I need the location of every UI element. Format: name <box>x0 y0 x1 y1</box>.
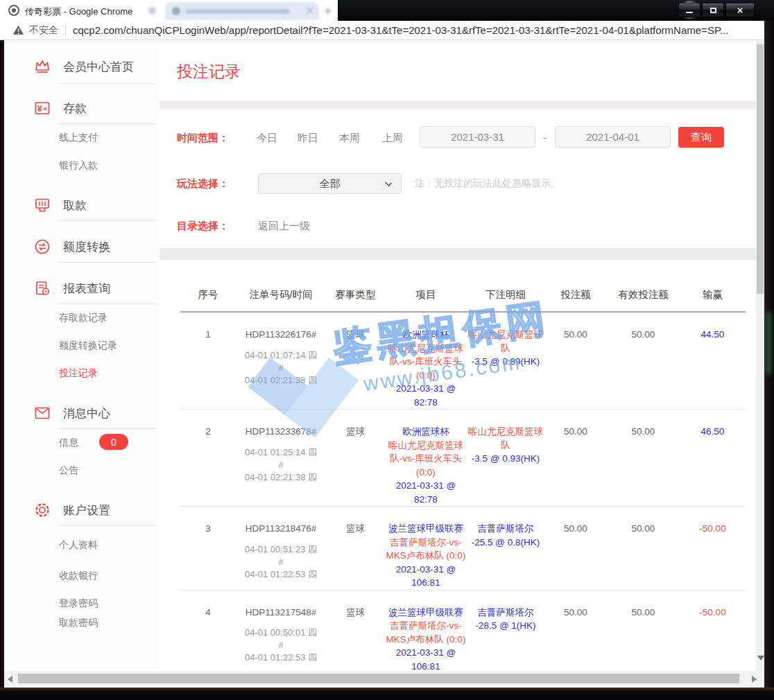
scroll-down-arrow-icon[interactable] <box>757 656 764 660</box>
cell-serial: 1 <box>180 312 236 410</box>
sidebar-item-bank-deposit[interactable]: 银行入款 <box>59 157 98 173</box>
svg-text:«: « <box>43 104 47 112</box>
col-item: 项目 <box>385 260 467 312</box>
cell-bet: 50.00 <box>544 590 607 674</box>
cell-order-time: HDP113233678# 04-01 01:25:14 四#04-01 02:… <box>236 410 326 507</box>
sidebar-item-deposit[interactable]: ¥« 存款 <box>33 96 87 121</box>
play-type-select[interactable]: 全部 <box>258 173 402 194</box>
vertical-scrollbar[interactable] <box>756 40 764 688</box>
security-label: 不安全 <box>29 24 58 37</box>
directory-select-label: 目录选择： <box>177 220 229 233</box>
col-valid-amount: 有效投注额 <box>607 260 680 312</box>
sidebar-item-bet-records[interactable]: 投注记录 <box>59 365 98 381</box>
deposit-icon: ¥« <box>33 99 51 117</box>
sidebar-item-label: 存款 <box>63 100 87 116</box>
cell-item: 波兰篮球甲级联赛吉普萨斯塔尔-vs-MKS卢布林队 (0:0)2021-03-3… <box>385 507 467 590</box>
cell-bet: 50.00 <box>544 410 607 507</box>
message-count-badge[interactable]: 0 <box>99 434 128 450</box>
not-secure-warning-icon <box>12 25 24 35</box>
horizontal-scrollbar-thumb[interactable] <box>18 674 739 683</box>
cell-order-time: HDP113217548# 04-01 00:50:01 四#04-01 01:… <box>236 590 326 674</box>
cell-win: -50.00 <box>680 507 746 590</box>
cell-order-time: HDP113226176# 04-01 01:07:14 四#04-01 02:… <box>236 312 326 410</box>
sidebar-item-message-center[interactable]: 消息中心 <box>33 401 110 426</box>
sidebar-item-profile[interactable]: 个人资料 <box>59 536 98 553</box>
quick-option-today[interactable]: 今日 <box>252 132 282 145</box>
cell-detail: 吉普萨斯塔尔-25.5 @ 0.8(HK) <box>467 507 544 590</box>
close-button[interactable]: × <box>725 3 755 17</box>
cell-bet: 50.00 <box>544 312 607 410</box>
sidebar-divider <box>59 262 156 263</box>
cell-item: 欧洲篮球杯喀山尤尼克斯篮球队-vs-库班火车头 (0:0)2021-03-31 … <box>385 312 467 410</box>
date-from-input[interactable] <box>420 126 535 148</box>
cell-sport: 篮球 <box>326 590 385 674</box>
cell-sport: 篮球 <box>326 410 385 507</box>
date-to-input[interactable] <box>555 126 671 148</box>
exchange-icon <box>33 238 51 256</box>
address-bar[interactable]: 不安全 cqcp2.com/chuanQiCPLoginWeb/app/repo… <box>0 21 764 40</box>
cell-detail: 吉普萨斯塔尔-28.5 @ 1(HK) <box>467 590 544 674</box>
quick-option-yesterday[interactable]: 昨日 <box>293 132 323 145</box>
cell-bet: 50.00 <box>544 507 607 590</box>
vertical-scrollbar-thumb[interactable] <box>757 44 764 294</box>
col-sport-type: 赛事类型 <box>326 260 385 312</box>
sidebar: 会员中心首页 ¥« 存款 线上支付 银行入款 取款 额度转换 报表 <box>4 40 160 688</box>
sidebar-item-quota-exchange[interactable]: 额度转换 <box>33 234 110 259</box>
cell-serial: 3 <box>180 507 236 590</box>
sidebar-item-receiving-bank[interactable]: 收款银行 <box>59 567 98 584</box>
date-range-dash: - <box>543 132 547 143</box>
crown-icon <box>33 58 51 76</box>
back-to-parent-link[interactable]: 返回上一级 <box>258 220 310 233</box>
cell-sport: 篮球 <box>326 312 385 410</box>
sidebar-item-label: 消息中心 <box>63 405 110 421</box>
ghost-tab-close-icon <box>307 7 313 14</box>
page-title: 投注记录 <box>177 61 241 82</box>
sidebar-item-member-home[interactable]: 会员中心首页 <box>33 54 134 79</box>
browser-window: 传奇彩票 - Google Chrome × 不安全 cqcp2.com/chu… <box>0 0 774 700</box>
col-order-time: 注单号码/时间 <box>236 260 326 312</box>
withdraw-icon <box>33 196 51 214</box>
sidebar-item-report-query[interactable]: 报表查询 <box>33 276 110 301</box>
sidebar-item-label: 会员中心首页 <box>63 59 134 75</box>
sidebar-divider <box>59 83 156 84</box>
sidebar-item-account-settings[interactable]: 账户设置 <box>33 498 110 523</box>
sidebar-item-announcements[interactable]: 公告 <box>59 462 78 478</box>
sidebar-item-label: 取款 <box>63 198 87 213</box>
minimize-button[interactable] <box>678 3 700 17</box>
mail-icon <box>33 404 51 422</box>
sidebar-item-online-pay[interactable]: 线上支付 <box>59 129 98 146</box>
quick-option-this-week[interactable]: 本周 <box>334 132 365 145</box>
chevron-down-icon <box>385 180 392 186</box>
table-row: 4 HDP113217548# 04-01 00:50:01 四#04-01 0… <box>180 590 746 674</box>
report-icon <box>33 279 51 297</box>
window-title: 传奇彩票 - Google Chrome <box>25 6 132 18</box>
scroll-left-arrow-icon[interactable] <box>8 676 12 683</box>
quick-option-last-week[interactable]: 上周 <box>377 132 408 145</box>
ghost-new-tab-icon <box>325 8 332 15</box>
col-bet-detail: 下注明细 <box>467 260 544 312</box>
sidebar-item-label: 额度转换 <box>63 239 110 255</box>
sidebar-item-login-password[interactable]: 登录密码 <box>59 595 98 611</box>
gear-icon <box>33 501 51 519</box>
scroll-right-arrow-icon[interactable] <box>752 676 757 683</box>
cell-valid: 50.00 <box>607 590 680 674</box>
cell-sport: 篮球 <box>326 507 385 590</box>
sidebar-item-messages[interactable]: 信息 <box>59 434 78 450</box>
cell-order-time: HDP113218476# 04-01 00:51:23 四#04-01 01:… <box>236 507 326 590</box>
horizontal-scrollbar[interactable] <box>4 671 764 686</box>
cell-win: 46.50 <box>680 410 746 507</box>
sidebar-item-withdraw-password[interactable]: 取款密码 <box>59 614 98 631</box>
maximize-button[interactable] <box>702 3 724 17</box>
table-row: 3 HDP113218476# 04-01 00:51:23 四#04-01 0… <box>180 507 746 590</box>
sidebar-item-withdraw[interactable]: 取款 <box>33 193 87 218</box>
window-border-right <box>764 21 774 688</box>
sidebar-item-deposit-withdraw-records[interactable]: 存取款记录 <box>59 309 108 326</box>
url-text[interactable]: cqcp2.com/chuanQiCPLoginWeb/app/reportDe… <box>73 24 728 36</box>
play-select-label: 玩法选择： <box>177 177 229 191</box>
sidebar-item-quota-exchange-records[interactable]: 额度转换记录 <box>59 337 117 353</box>
cell-serial: 2 <box>180 410 236 507</box>
cell-detail: 喀山尤尼克斯篮球队-3.5 @ 0.89(HK) <box>467 312 544 410</box>
search-button[interactable]: 查询 <box>678 127 724 148</box>
cell-valid: 50.00 <box>607 410 680 507</box>
sidebar-divider <box>59 525 156 526</box>
